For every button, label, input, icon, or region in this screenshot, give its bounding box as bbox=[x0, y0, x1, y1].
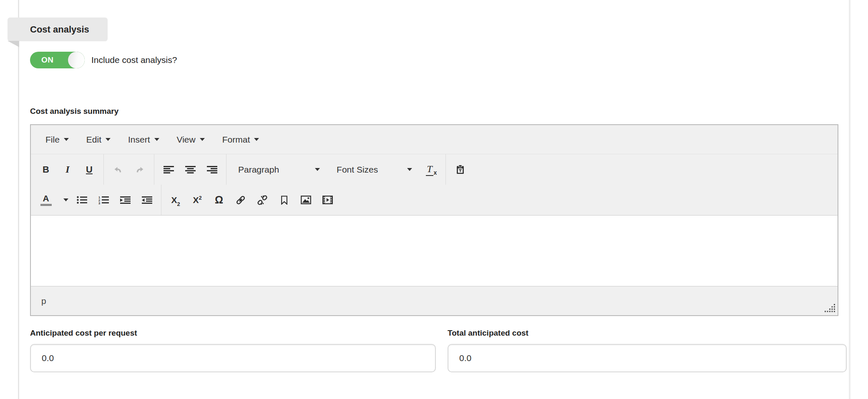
superscript-icon: X2 bbox=[193, 195, 201, 205]
chevron-down-icon bbox=[63, 198, 68, 201]
align-left-icon bbox=[164, 166, 174, 173]
toggle-knob[interactable] bbox=[68, 52, 85, 68]
chevron-down-icon bbox=[200, 138, 205, 141]
numbered-list-icon: 1 2 3 bbox=[98, 196, 109, 204]
total-anticipated-cost-label: Total anticipated cost bbox=[448, 329, 847, 338]
special-character-button[interactable]: Ω bbox=[209, 188, 229, 212]
redo-icon bbox=[135, 166, 144, 173]
unlink-icon bbox=[257, 195, 267, 205]
undo-button[interactable] bbox=[108, 158, 128, 182]
redo-button[interactable] bbox=[130, 158, 149, 182]
omega-icon: Ω bbox=[215, 194, 223, 206]
text-color-button[interactable]: A bbox=[36, 188, 55, 212]
insert-link-button[interactable] bbox=[231, 188, 250, 212]
rich-text-editor: File Edit Insert View Format bbox=[30, 124, 838, 316]
clear-formatting-button[interactable]: T x bbox=[422, 158, 441, 182]
remove-link-button[interactable] bbox=[253, 188, 272, 212]
anticipated-cost-per-request-field: Anticipated cost per request bbox=[30, 329, 436, 372]
toolbar-separator bbox=[103, 154, 104, 185]
indent-icon bbox=[120, 196, 131, 204]
left-border-line bbox=[18, 0, 19, 399]
editor-toolbar: B I U bbox=[31, 154, 838, 216]
outdent-icon bbox=[142, 196, 152, 204]
section-tab-cost-analysis: Cost analysis bbox=[8, 18, 108, 41]
bullet-list-button[interactable] bbox=[72, 188, 91, 212]
insert-image-button[interactable] bbox=[296, 188, 315, 212]
chevron-down-icon bbox=[315, 168, 320, 171]
outdent-button[interactable] bbox=[137, 188, 156, 212]
numbered-list-button[interactable]: 1 2 3 bbox=[94, 188, 113, 212]
editor-menubar: File Edit Insert View Format bbox=[31, 125, 838, 154]
bold-icon: B bbox=[43, 164, 49, 175]
media-icon bbox=[322, 196, 333, 204]
svg-text:3: 3 bbox=[98, 201, 100, 204]
align-center-button[interactable] bbox=[181, 158, 200, 182]
subscript-button[interactable]: X2 bbox=[166, 188, 185, 212]
paste-as-text-button[interactable] bbox=[450, 158, 470, 182]
text-color-icon: A bbox=[40, 194, 52, 206]
subscript-icon: X2 bbox=[171, 195, 180, 205]
total-anticipated-cost-field: Total anticipated cost bbox=[448, 329, 847, 372]
underline-button[interactable]: U bbox=[80, 158, 99, 182]
toolbar-separator bbox=[226, 154, 226, 185]
bold-button[interactable]: B bbox=[36, 158, 55, 182]
toolbar-separator bbox=[154, 154, 154, 185]
toolbar-row-2: A 1 2 3 bbox=[31, 185, 838, 215]
indent-button[interactable] bbox=[116, 188, 135, 212]
toolbar-separator bbox=[161, 185, 161, 215]
right-border-line bbox=[849, 0, 850, 399]
superscript-button[interactable]: X2 bbox=[188, 188, 207, 212]
italic-icon: I bbox=[65, 164, 69, 175]
font-sizes-dropdown[interactable]: Font Sizes bbox=[328, 158, 420, 182]
menu-insert[interactable]: Insert bbox=[119, 125, 168, 154]
chevron-down-icon bbox=[64, 138, 69, 141]
text-color-caret-button[interactable] bbox=[58, 188, 70, 212]
link-icon bbox=[236, 195, 246, 205]
italic-button[interactable]: I bbox=[58, 158, 77, 182]
include-cost-analysis-row: ON Include cost analysis? bbox=[30, 52, 177, 68]
chevron-down-icon bbox=[154, 138, 159, 141]
editor-statusbar: p bbox=[31, 286, 838, 315]
menu-view[interactable]: View bbox=[168, 125, 214, 154]
toolbar-separator bbox=[445, 154, 446, 185]
page: Cost analysis ON Include cost analysis? … bbox=[0, 0, 868, 399]
paragraph-format-dropdown[interactable]: Paragraph bbox=[230, 158, 328, 182]
insert-media-button[interactable] bbox=[318, 188, 337, 212]
anticipated-cost-per-request-label: Anticipated cost per request bbox=[30, 329, 436, 338]
align-right-icon bbox=[207, 166, 217, 173]
chevron-down-icon bbox=[254, 138, 259, 141]
menu-edit[interactable]: Edit bbox=[78, 125, 119, 154]
anchor-button[interactable] bbox=[274, 188, 294, 212]
toolbar-row-1: B I U bbox=[31, 154, 838, 185]
editor-content-area[interactable] bbox=[31, 216, 838, 286]
anchor-bookmark-icon bbox=[281, 196, 288, 205]
section-tab-tail bbox=[8, 41, 19, 47]
undo-icon bbox=[113, 166, 123, 173]
underline-icon: U bbox=[86, 164, 93, 175]
element-path-label: p bbox=[41, 296, 46, 306]
resize-grip-icon[interactable] bbox=[824, 304, 835, 313]
cost-analysis-summary-label: Cost analysis summary bbox=[30, 107, 118, 116]
align-left-button[interactable] bbox=[159, 158, 178, 182]
chevron-down-icon bbox=[106, 138, 111, 141]
align-center-icon bbox=[185, 166, 196, 173]
anticipated-cost-per-request-input[interactable] bbox=[30, 344, 436, 372]
total-anticipated-cost-input[interactable] bbox=[448, 344, 847, 372]
menu-format[interactable]: Format bbox=[214, 125, 268, 154]
menu-file[interactable]: File bbox=[37, 125, 78, 154]
bullet-list-icon bbox=[77, 196, 87, 204]
chevron-down-icon bbox=[407, 168, 412, 171]
align-right-button[interactable] bbox=[202, 158, 221, 182]
include-cost-analysis-toggle[interactable]: ON bbox=[30, 52, 85, 68]
toggle-question-label: Include cost analysis? bbox=[91, 55, 177, 65]
toggle-state-label: ON bbox=[41, 52, 53, 68]
image-icon bbox=[301, 196, 311, 204]
clear-formatting-icon: T x bbox=[426, 163, 437, 176]
paste-as-text-icon bbox=[456, 165, 465, 174]
